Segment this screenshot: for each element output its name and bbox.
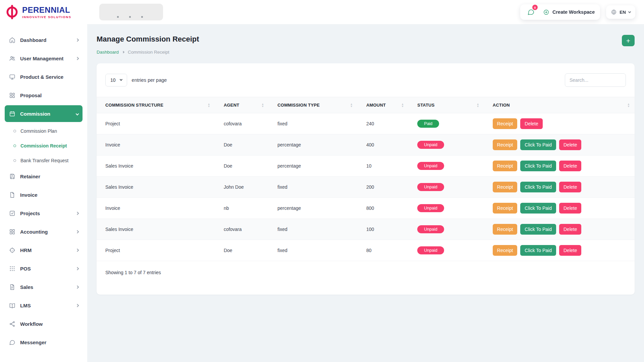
delete-button[interactable]: Delete bbox=[559, 139, 581, 150]
entries-per-page-value: 10 bbox=[110, 77, 116, 83]
file-icon bbox=[9, 191, 15, 198]
receipt-button[interactable]: Receipt bbox=[493, 182, 517, 192]
receipt-button[interactable]: Receipt bbox=[493, 118, 517, 129]
sort-icon[interactable]: ▲▼ bbox=[350, 103, 353, 108]
sidebar-item-dashboard[interactable]: Dashboard bbox=[5, 32, 83, 48]
entries-per-page-select[interactable]: 10 bbox=[105, 74, 127, 86]
sidebar-item-hrm[interactable]: HRM bbox=[5, 242, 83, 258]
receipt-button[interactable]: Receipt bbox=[493, 161, 517, 171]
click-to-paid-button[interactable]: Click To Paid bbox=[520, 245, 556, 256]
sidebar-subitem-commission-plan[interactable]: Commission Plan bbox=[5, 124, 83, 138]
sidebar-item-messenger[interactable]: Messenger bbox=[5, 334, 83, 351]
column-header-commission-structure[interactable]: COMMISSION STRUCTURE▲▼ bbox=[97, 97, 215, 113]
click-to-paid-button[interactable]: Click To Paid bbox=[520, 139, 556, 150]
sort-icon[interactable]: ▲▼ bbox=[477, 103, 479, 108]
delete-button[interactable]: Delete bbox=[559, 203, 581, 214]
sidebar: PERENNIAL INNOVATIVE SOLUTIONS Dashboard… bbox=[0, 0, 87, 362]
sidebar-item-workflow[interactable]: Workflow bbox=[5, 315, 83, 332]
column-header-action[interactable]: ACTION▲▼ bbox=[484, 97, 635, 113]
column-header-commission-type[interactable]: COMMISSION TYPE▲▼ bbox=[269, 97, 358, 113]
commission-type-cell: percentage bbox=[269, 198, 358, 219]
monitor-icon bbox=[9, 73, 15, 80]
commission-structure-cell: Sales Invoice bbox=[97, 177, 215, 198]
sidebar-subitem-bank-transfer-request[interactable]: Bank Transfer Request bbox=[5, 153, 83, 168]
circle-icon bbox=[13, 130, 16, 132]
sidebar-item-product-service[interactable]: Product & Service bbox=[5, 68, 83, 85]
amount-cell: 10 bbox=[358, 156, 409, 177]
amount-cell: 80 bbox=[358, 240, 409, 261]
chevron-down-icon bbox=[628, 10, 631, 13]
delete-button[interactable]: Delete bbox=[559, 224, 581, 235]
sidebar-item-label: Workflow bbox=[20, 321, 78, 327]
chevron-right-icon bbox=[76, 285, 79, 289]
chevron-down-icon bbox=[76, 112, 79, 115]
table-body: Projectcofovarafixed240PaidReceiptDelete… bbox=[97, 113, 635, 261]
sidebar-item-label: POS bbox=[20, 266, 71, 272]
language-label: EN bbox=[620, 10, 626, 15]
sidebar-item-label: Dashboard bbox=[20, 37, 71, 43]
create-workspace-button[interactable]: Create Workspace bbox=[543, 9, 595, 15]
sidebar-subitem-label: Commission Receipt bbox=[20, 143, 67, 148]
commission-type-cell: fixed bbox=[269, 240, 358, 261]
breadcrumb-dashboard[interactable]: Dashboard bbox=[97, 50, 119, 55]
language-selector[interactable]: EN bbox=[606, 5, 635, 19]
grid-icon bbox=[9, 228, 15, 235]
table-row: Sales InvoiceJohn Doefixed200UnpaidRecei… bbox=[97, 177, 635, 198]
status-badge: Unpaid bbox=[417, 225, 444, 233]
delete-button[interactable]: Delete bbox=[559, 161, 581, 171]
click-to-paid-button[interactable]: Click To Paid bbox=[520, 182, 556, 192]
receipt-button[interactable]: Receipt bbox=[493, 139, 517, 150]
brand-logo[interactable]: PERENNIAL INNOVATIVE SOLUTIONS bbox=[0, 0, 87, 24]
column-label: ACTION bbox=[493, 103, 510, 108]
action-cell: ReceiptClick To PaidDelete bbox=[484, 198, 635, 219]
header-placeholder bbox=[99, 4, 163, 20]
sort-icon[interactable]: ▲▼ bbox=[401, 103, 404, 108]
sidebar-item-sales[interactable]: Sales bbox=[5, 279, 83, 295]
sidebar-item-pos[interactable]: POS bbox=[5, 260, 83, 277]
sidebar-subitem-commission-receipt[interactable]: Commission Receipt bbox=[5, 138, 83, 153]
status-badge: Unpaid bbox=[417, 204, 444, 212]
sidebar-item-label: Projects bbox=[20, 210, 71, 216]
click-to-paid-button[interactable]: Click To Paid bbox=[520, 224, 556, 235]
search-input[interactable] bbox=[565, 73, 626, 87]
receipt-button[interactable]: Receipt bbox=[493, 203, 517, 214]
click-to-paid-button[interactable]: Click To Paid bbox=[520, 161, 556, 171]
column-header-amount[interactable]: AMOUNT▲▼ bbox=[358, 97, 409, 113]
check-square-icon bbox=[9, 210, 15, 217]
messages-button[interactable]: 0 bbox=[526, 7, 536, 17]
sidebar-item-projects[interactable]: Projects bbox=[5, 205, 83, 222]
column-label: COMMISSION TYPE bbox=[277, 103, 320, 108]
sidebar-item-proposal[interactable]: Proposal bbox=[5, 87, 83, 104]
agent-cell: cofovara bbox=[215, 113, 269, 134]
table-row: Sales Invoicecofovarafixed100UnpaidRecei… bbox=[97, 219, 635, 240]
receipt-button[interactable]: Receipt bbox=[493, 245, 517, 256]
calendar-icon bbox=[9, 110, 15, 117]
action-cell: ReceiptClick To PaidDelete bbox=[484, 240, 635, 261]
sidebar-item-label: HRM bbox=[20, 247, 71, 253]
sidebar-item-accounting[interactable]: Accounting bbox=[5, 223, 83, 240]
sort-icon[interactable]: ▲▼ bbox=[208, 103, 210, 108]
column-header-status[interactable]: STATUS▲▼ bbox=[409, 97, 484, 113]
sort-icon[interactable]: ▲▼ bbox=[261, 103, 264, 108]
delete-button[interactable]: Delete bbox=[559, 182, 581, 192]
circle-icon bbox=[13, 144, 16, 147]
sidebar-item-invoice[interactable]: Invoice bbox=[5, 186, 83, 203]
file-text-icon bbox=[9, 284, 15, 290]
sidebar-item-user-management[interactable]: User Management bbox=[5, 50, 83, 67]
sort-icon[interactable]: ▲▼ bbox=[627, 103, 630, 108]
column-header-agent[interactable]: AGENT▲▼ bbox=[215, 97, 269, 113]
sidebar-item-lms[interactable]: LMS bbox=[5, 297, 83, 314]
sidebar-item-retainer[interactable]: Retainer bbox=[5, 168, 83, 185]
status-badge: Paid bbox=[417, 120, 439, 128]
add-button[interactable]: + bbox=[622, 35, 635, 46]
delete-button[interactable]: Delete bbox=[520, 118, 542, 129]
commission-structure-cell: Sales Invoice bbox=[97, 219, 215, 240]
delete-button[interactable]: Delete bbox=[559, 245, 581, 256]
notification-badge: 0 bbox=[532, 5, 538, 10]
click-to-paid-button[interactable]: Click To Paid bbox=[520, 203, 556, 214]
category-icon bbox=[9, 92, 15, 99]
agent-cell: nb bbox=[215, 198, 269, 219]
sidebar-item-label: Commission bbox=[20, 111, 71, 117]
sidebar-item-commission[interactable]: Commission bbox=[5, 105, 83, 122]
receipt-button[interactable]: Receipt bbox=[493, 224, 517, 235]
